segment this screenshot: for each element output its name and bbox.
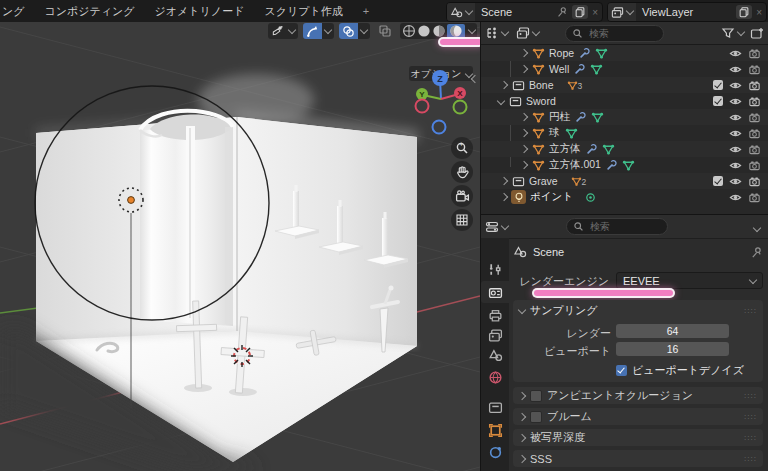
add-workspace-button[interactable]: + xyxy=(353,0,379,22)
render-engine-dropdown[interactable]: EEVEE xyxy=(616,272,763,289)
outliner-row-point-light[interactable]: ポイント xyxy=(481,189,768,205)
show-overlays-toggle[interactable] xyxy=(339,23,358,39)
tab-compositing[interactable]: コンポジティング xyxy=(35,0,145,22)
object-name[interactable]: 立方体.001 xyxy=(549,158,601,172)
outliner-row-sphere[interactable]: 球 xyxy=(481,125,768,141)
shading-rendered-button[interactable] xyxy=(447,24,465,39)
hide-eye-icon[interactable] xyxy=(729,47,742,60)
scene-name[interactable]: Scene xyxy=(481,6,556,18)
outliner-row-cylinder[interactable]: 円柱 xyxy=(481,109,768,125)
toggle-xray-button[interactable] xyxy=(375,23,395,39)
expand-icon[interactable] xyxy=(500,193,508,201)
collection-checkbox[interactable] xyxy=(713,96,723,106)
tab-scripting[interactable]: スクリプト作成 xyxy=(254,0,352,22)
tab-world[interactable] xyxy=(481,366,509,388)
disable-render-icon[interactable] xyxy=(748,111,761,124)
outliner-row-sword[interactable]: Sword xyxy=(481,93,768,109)
panel-drag-dots[interactable]: :::: xyxy=(744,433,757,442)
pin-icon[interactable] xyxy=(556,6,568,18)
zoom-button[interactable]: + xyxy=(451,137,473,159)
tab-partial[interactable]: ング xyxy=(0,0,35,22)
scene-icon[interactable] xyxy=(447,3,475,21)
bloom-checkbox[interactable] xyxy=(530,411,542,423)
object-name[interactable]: 立方体 xyxy=(549,142,581,156)
new-viewlayer-button[interactable] xyxy=(736,5,752,19)
tab-view-layer[interactable] xyxy=(481,324,509,346)
sampling-render-field[interactable]: 64 xyxy=(616,324,729,338)
disable-render-icon[interactable] xyxy=(748,95,761,108)
tab-object[interactable] xyxy=(481,419,509,441)
axis-neg-x-ball[interactable] xyxy=(416,100,429,113)
gizmos-dropdown[interactable] xyxy=(322,23,334,39)
expand-icon[interactable] xyxy=(520,49,528,57)
hide-eye-icon[interactable] xyxy=(729,111,742,124)
hide-eye-icon[interactable] xyxy=(729,175,742,188)
disable-render-icon[interactable] xyxy=(748,79,761,92)
tab-collection[interactable] xyxy=(481,396,509,418)
breadcrumb-label[interactable]: Scene xyxy=(533,246,564,258)
outliner-search-input[interactable] xyxy=(587,27,661,40)
remove-viewlayer-icon[interactable]: × xyxy=(756,7,762,18)
disable-render-icon[interactable] xyxy=(748,47,761,60)
expand-icon[interactable] xyxy=(520,129,528,137)
tab-geometry-nodes[interactable]: ジオメトリノード xyxy=(145,0,255,22)
disable-render-icon[interactable] xyxy=(748,159,761,172)
collection-name[interactable]: Grave xyxy=(529,175,558,187)
object-name[interactable]: Well xyxy=(549,63,569,75)
outliner-row-well[interactable]: Well xyxy=(481,61,768,77)
tab-render[interactable] xyxy=(481,281,509,303)
dof-panel[interactable]: 被写界深度:::: xyxy=(513,429,763,446)
expand-icon[interactable] xyxy=(520,65,528,73)
viewlayer-selector[interactable]: ViewLayer × xyxy=(607,2,767,22)
collection-checkbox[interactable] xyxy=(713,176,723,186)
new-scene-button[interactable] xyxy=(572,5,588,19)
sampling-panel-header[interactable]: サンプリング :::: xyxy=(513,300,763,320)
denoise-checkbox[interactable] xyxy=(616,365,627,376)
axis-neg-y-ball[interactable] xyxy=(454,101,467,114)
object-name[interactable]: ポイント xyxy=(530,190,573,204)
object-name[interactable]: 球 xyxy=(549,126,560,140)
viewport-3d[interactable]: オプション Z Y X + xyxy=(0,22,480,471)
disable-render-icon[interactable] xyxy=(748,127,761,140)
properties-search-input[interactable] xyxy=(588,220,662,233)
unlink-scene-icon[interactable]: × xyxy=(592,7,598,18)
ortho-toggle-button[interactable] xyxy=(451,209,473,231)
sss-panel[interactable]: SSS:::: xyxy=(513,450,763,467)
overlays-dropdown[interactable] xyxy=(358,23,370,39)
disable-render-icon[interactable] xyxy=(748,175,761,188)
outliner-row-bone[interactable]: Bone 3 xyxy=(481,77,768,93)
tab-output[interactable] xyxy=(481,304,509,326)
properties-options-dropdown[interactable] xyxy=(751,221,760,233)
axis-neg-z-ball[interactable] xyxy=(433,121,446,134)
object-name[interactable]: Rope xyxy=(549,47,574,59)
outliner-search[interactable] xyxy=(565,25,664,42)
pin-icon[interactable] xyxy=(750,246,763,259)
bloom-panel[interactable]: ブルーム:::: xyxy=(513,408,763,425)
ao-panel[interactable]: アンビエントオクルージョン:::: xyxy=(513,387,763,404)
shading-dropdown[interactable] xyxy=(468,26,476,34)
new-collection-button[interactable] xyxy=(750,26,764,40)
hide-eye-icon[interactable] xyxy=(729,191,742,204)
tab-object-data[interactable] xyxy=(481,441,509,463)
hide-eye-icon[interactable] xyxy=(729,95,742,108)
hide-eye-icon[interactable] xyxy=(729,79,742,92)
hide-eye-icon[interactable] xyxy=(729,63,742,76)
navigation-gizmo[interactable]: Z Y X xyxy=(408,66,474,138)
panel-drag-dots[interactable]: :::: xyxy=(744,412,757,421)
object-name[interactable]: 円柱 xyxy=(549,110,570,124)
camera-view-button[interactable] xyxy=(451,185,473,207)
expand-icon[interactable] xyxy=(520,145,528,153)
shading-solid-icon[interactable] xyxy=(417,24,431,38)
properties-search[interactable] xyxy=(566,218,668,235)
collection-name[interactable]: Sword xyxy=(526,95,556,107)
disable-render-icon[interactable] xyxy=(748,63,761,76)
outliner-row-cube001[interactable]: 立方体.001 xyxy=(481,157,768,173)
outliner-editor-type-button[interactable] xyxy=(485,26,508,40)
shading-material-icon[interactable] xyxy=(432,24,446,38)
expand-icon[interactable] xyxy=(520,113,528,121)
collapse-icon[interactable] xyxy=(497,97,505,105)
panel-drag-dots[interactable]: :::: xyxy=(744,306,757,315)
disable-render-icon[interactable] xyxy=(748,143,761,156)
outliner-filter-button[interactable] xyxy=(721,26,744,40)
pan-button[interactable] xyxy=(451,161,473,183)
